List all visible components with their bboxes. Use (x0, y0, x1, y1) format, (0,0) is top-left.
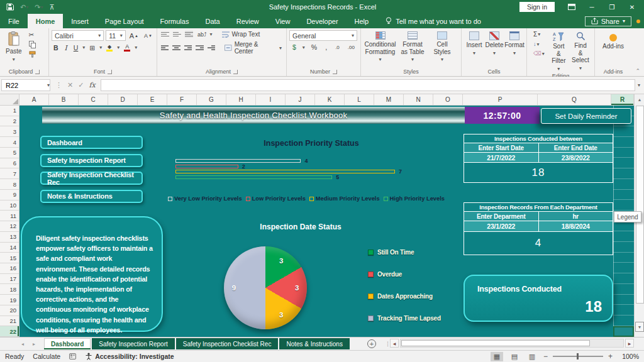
new-sheet-button[interactable]: + (367, 339, 376, 348)
column-header-Q[interactable]: Q (538, 94, 611, 105)
select-all-corner[interactable] (0, 94, 19, 105)
align-middle-icon[interactable] (173, 31, 181, 38)
column-header-K[interactable]: K (315, 94, 345, 105)
column-header-R[interactable]: R (611, 94, 634, 105)
column-header-F[interactable]: F (167, 94, 197, 105)
clear-icon[interactable]: ⌫▾ (531, 50, 547, 57)
find-select-button[interactable]: Find & Select▾ (569, 30, 592, 72)
zoom-level[interactable]: 100% (618, 353, 639, 360)
page-break-view-icon[interactable]: ▥ (526, 352, 538, 361)
sheet-tab-dashboard[interactable]: Dashboard (44, 338, 91, 349)
close-button[interactable]: ✕ (623, 1, 641, 13)
row-header-10[interactable]: 10 (0, 200, 19, 211)
department-date-value[interactable]: 23/1/2022 (464, 221, 539, 232)
scroll-right-icon[interactable]: ▶ (625, 339, 634, 348)
row-header-6[interactable]: 6 (0, 158, 19, 169)
increase-decimal-icon[interactable]: .0 (333, 44, 341, 51)
selected-cell-outline[interactable] (613, 326, 634, 337)
row-header-7[interactable]: 7 (0, 168, 19, 179)
sort-filter-button[interactable]: AZ Sort & Filter▾ (548, 30, 569, 73)
macro-record-icon[interactable] (69, 353, 76, 361)
align-bottom-icon[interactable] (185, 31, 193, 38)
comma-style-icon[interactable]: , (323, 43, 329, 52)
zoom-out-icon[interactable]: − (543, 352, 548, 361)
sheet-tab-safety-inspection-report[interactable]: Safety Inspection Report (92, 338, 175, 349)
department-date2-value[interactable]: 18/8/2024 (539, 221, 613, 232)
customize-qat-icon[interactable]: ⊼ (49, 3, 54, 11)
share-button[interactable]: Share▾ (585, 16, 631, 26)
accessibility-status[interactable]: Accessibility: Investigate (85, 353, 174, 360)
sign-in-button[interactable]: Sign in (519, 2, 555, 12)
cut-icon[interactable]: ✂ (27, 30, 38, 39)
horizontal-scroll-thumb[interactable] (401, 340, 590, 346)
row-header-18[interactable]: 18 (0, 284, 19, 295)
calculate-status[interactable]: Calculate (33, 353, 60, 360)
shrink-font-icon[interactable]: A▼ (142, 32, 154, 40)
row-header-5[interactable]: 5 (0, 148, 19, 158)
column-header-E[interactable]: E (138, 94, 167, 105)
row-header-3[interactable]: 3 (0, 126, 19, 137)
ribbon-tab-home[interactable]: Home (28, 14, 64, 28)
grow-font-icon[interactable]: A▲ (128, 31, 140, 40)
column-header-N[interactable]: N (404, 94, 433, 105)
addins-button[interactable]: Add-ins (599, 30, 627, 52)
autosum-icon[interactable]: Σ▾ (531, 30, 547, 38)
end-date-value[interactable]: 23/8/2022 (539, 153, 613, 163)
merge-center-button[interactable]: Merge & Center▾ (223, 40, 284, 55)
percent-style-icon[interactable]: % (309, 43, 319, 52)
column-header-B[interactable]: B (49, 94, 79, 105)
italic-button[interactable]: I (63, 43, 69, 52)
nav-button-notes-instructions[interactable]: Notes & Instructions (40, 190, 143, 203)
ribbon-tab-page-layout[interactable]: Page Layout (97, 14, 152, 28)
ribbon-tab-insert[interactable]: Insert (63, 14, 97, 28)
format-as-table-button[interactable]: Format as Table▾ (397, 30, 428, 63)
collapse-ribbon-icon[interactable]: ⌃ (635, 68, 640, 74)
clipboard-dialog-launcher[interactable] (35, 70, 40, 74)
undo-icon[interactable]: ↶▾ (20, 3, 28, 11)
copy-icon[interactable] (27, 40, 38, 49)
conditional-formatting-button[interactable]: Conditional Formatting▾ (364, 30, 397, 63)
paste-button[interactable]: Paste▾ (3, 30, 25, 63)
font-name-select[interactable]: Calibri▾ (52, 30, 104, 41)
fill-color-icon[interactable]: ◆ (104, 43, 114, 52)
row-header-22[interactable]: 22 (0, 326, 19, 337)
font-size-select[interactable]: 11▾ (106, 30, 125, 41)
row-header-2[interactable]: 2 (0, 116, 19, 127)
scroll-left-icon[interactable]: ◀ (390, 339, 399, 348)
alignment-dialog-launcher[interactable] (233, 70, 238, 74)
page-layout-view-icon[interactable]: ▤ (508, 352, 521, 361)
column-header-H[interactable]: H (226, 94, 256, 105)
zoom-in-icon[interactable]: + (608, 352, 613, 361)
tab-scroll-right-icon[interactable]: ▸ (33, 341, 35, 347)
tell-me-box[interactable]: Tell me what you want to do (386, 14, 481, 28)
column-header-M[interactable]: M (374, 94, 404, 105)
nav-button-safety-inspection-checklist-rec[interactable]: Safety Inspection Checklist Rec (40, 172, 143, 185)
delete-cells-button[interactable]: Delete▾ (484, 30, 504, 57)
ribbon-tab-review[interactable]: Review (228, 14, 267, 28)
row-header-19[interactable]: 19 (0, 295, 19, 305)
name-box[interactable]: R22▾ (1, 79, 50, 91)
horizontal-scrollbar[interactable]: ◀ ▶ (390, 339, 634, 348)
tab-scroll-left-icon[interactable]: ◂ (21, 341, 24, 347)
decrease-indent-icon[interactable] (196, 45, 203, 52)
zoom-slider-thumb[interactable] (577, 353, 579, 359)
formula-input[interactable] (101, 79, 635, 91)
row-header-14[interactable]: 14 (0, 243, 19, 253)
start-date-value[interactable]: 21/7/2022 (464, 153, 539, 163)
orientation-icon[interactable]: ab⤴ (196, 31, 209, 38)
vertical-scroll-thumb[interactable] (636, 106, 644, 304)
insert-cells-button[interactable]: Insert▾ (464, 30, 484, 57)
row-header-4[interactable]: 4 (0, 137, 19, 148)
row-header-15[interactable]: 15 (0, 253, 19, 263)
ribbon-tab-help[interactable]: Help (347, 14, 377, 28)
row-header-1[interactable]: 1 (0, 106, 19, 116)
ribbon-tab-formulas[interactable]: Formulas (152, 14, 197, 28)
accounting-format-icon[interactable]: $ (291, 43, 298, 52)
nav-button-dashboard[interactable]: Dashboard (40, 136, 143, 149)
fill-icon[interactable]: ↓▾ (531, 40, 547, 48)
align-left-icon[interactable] (161, 45, 169, 52)
align-center-icon[interactable] (172, 45, 180, 52)
borders-icon[interactable]: ⊞ (87, 43, 97, 52)
row-header-17[interactable]: 17 (0, 274, 19, 285)
normal-view-icon[interactable]: ▦ (491, 352, 503, 361)
